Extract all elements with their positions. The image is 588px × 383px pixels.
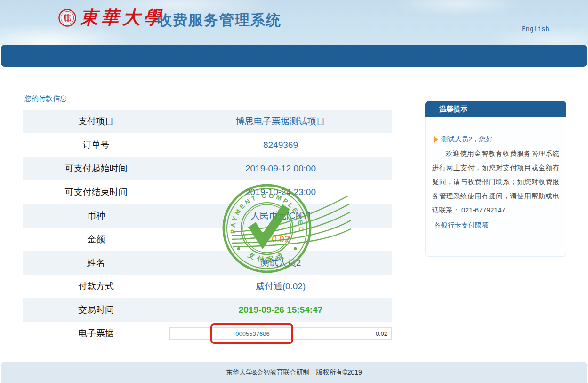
tips-message: 欢迎使用金智教育收费服务管理系统进行网上支付，如您对支付项目或金额有疑问，请与收… bbox=[432, 147, 559, 217]
page-header: 東華大學 收费服务管理系统 English bbox=[0, 0, 588, 45]
payment-info-table: 支付项目 博思电子票据测试项目 订单号 8249369 可支付起始时间 2019… bbox=[23, 110, 392, 345]
row-label: 订单号 bbox=[23, 133, 169, 157]
page-footer: 东华大学&金智教育联合研制 版权所有©2019 bbox=[1, 362, 587, 383]
order-number-row: 订单号 8249369 bbox=[23, 133, 392, 157]
row-label: 付款方式 bbox=[23, 275, 169, 298]
row-label: 金额 bbox=[23, 228, 169, 251]
row-label: 币种 bbox=[23, 204, 169, 228]
invoice-inner-table: 0005537686 0.02 bbox=[169, 327, 392, 340]
row-label: 支付项目 bbox=[23, 110, 169, 133]
transaction-time-value: 2019-09-26 15:54:47 bbox=[169, 298, 392, 322]
row-label: 可支付起始时间 bbox=[23, 157, 169, 180]
invoice-empty-cell bbox=[292, 328, 329, 339]
pay-end-time-row: 可支付结束时间 2019-10-24 23:00 bbox=[23, 180, 392, 204]
payer-name-row: 姓名 测试人员2 bbox=[23, 251, 392, 275]
row-label: 电子票据 bbox=[23, 322, 169, 345]
navigation-bar bbox=[1, 45, 587, 67]
payment-item-row: 支付项目 博思电子票据测试项目 bbox=[23, 110, 392, 133]
row-value: 2019-10-24 23:00 bbox=[169, 180, 392, 204]
bank-card-limit-link[interactable]: 各银行卡支付限额 bbox=[434, 218, 489, 232]
row-value: 威付通(0.02) bbox=[169, 275, 392, 298]
university-seal-icon bbox=[58, 8, 77, 27]
greeting-line: 测试人员2，您好 bbox=[434, 135, 559, 144]
tips-sidebar-body: 测试人员2，您好 欢迎使用金智教育收费服务管理系统进行网上支付，如您对支付项目或… bbox=[425, 117, 566, 257]
amount-value: 0.02 bbox=[169, 228, 392, 251]
row-value: 测试人员2 bbox=[169, 251, 392, 275]
system-title: 收费服务管理系统 bbox=[157, 10, 282, 30]
orange-arrow-icon bbox=[434, 136, 438, 143]
invoice-number-link[interactable]: 0005537686 bbox=[213, 328, 292, 339]
payment-result-page: 東華大學 收费服务管理系统 English 您的付款信息 支付项目 博思电子票据… bbox=[0, 0, 588, 383]
amount-row: 金额 0.02 bbox=[23, 228, 392, 251]
row-value: 博思电子票据测试项目 bbox=[169, 110, 392, 133]
university-name: 東華大學 bbox=[80, 6, 165, 30]
row-label: 可支付结束时间 bbox=[23, 180, 169, 204]
row-value: 人民币元[CNY] bbox=[169, 204, 392, 228]
invoice-amount: 0.02 bbox=[329, 328, 391, 339]
invoice-row: 电子票据 0005537686 0.02 bbox=[23, 322, 392, 345]
row-value: 8249369 bbox=[169, 133, 392, 157]
user-greeting: 测试人员2，您好 bbox=[441, 135, 493, 144]
transaction-time-row: 交易时间 2019-09-26 15:54:47 bbox=[23, 298, 392, 322]
pay-start-time-row: 可支付起始时间 2019-09-12 00:00 bbox=[23, 157, 392, 180]
invoice-cells: 0005537686 0.02 bbox=[169, 322, 392, 345]
invoice-empty-cell bbox=[170, 328, 213, 339]
currency-row: 币种 人民币元[CNY] bbox=[23, 204, 392, 228]
row-label: 姓名 bbox=[23, 251, 169, 275]
payment-method-row: 付款方式 威付通(0.02) bbox=[23, 275, 392, 298]
tips-sidebar-title: 温馨提示 bbox=[425, 101, 566, 117]
tips-sidebar: 温馨提示 测试人员2，您好 欢迎使用金智教育收费服务管理系统进行网上支付，如您对… bbox=[425, 101, 566, 257]
row-value: 2019-09-12 00:00 bbox=[169, 157, 392, 180]
row-label: 交易时间 bbox=[23, 298, 169, 322]
english-language-link[interactable]: English bbox=[522, 25, 549, 33]
payment-section-title: 您的付款信息 bbox=[24, 94, 67, 103]
